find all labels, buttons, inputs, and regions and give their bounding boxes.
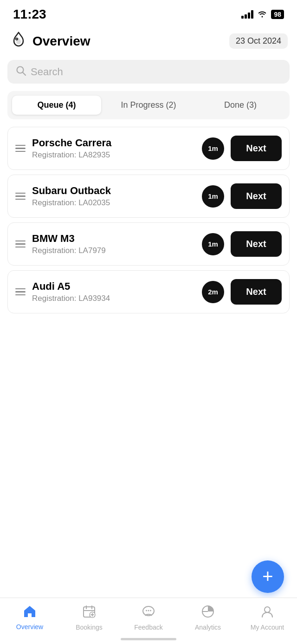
wifi-icon	[257, 9, 267, 20]
tab-queue[interactable]: Queue (4)	[12, 96, 101, 115]
nav-item-overview[interactable]: Overview	[11, 605, 48, 631]
svg-point-12	[148, 610, 149, 611]
time-badge: 1m	[202, 233, 224, 255]
status-time: 11:23	[13, 7, 46, 22]
nav-label-myaccount: My Account	[251, 624, 284, 631]
list-item: BMW M3 Registration: LA7979 1m Next	[7, 222, 290, 266]
drag-handle-icon[interactable]	[15, 288, 26, 296]
account-icon	[260, 605, 274, 622]
status-bar: 11:23 98	[0, 0, 297, 26]
nav-label-bookings: Bookings	[76, 624, 103, 631]
svg-point-0	[16, 38, 18, 40]
time-badge: 2m	[202, 281, 224, 303]
nav-item-analytics[interactable]: Analytics	[189, 605, 226, 631]
item-info: BMW M3 Registration: LA7979	[32, 233, 195, 255]
item-name: BMW M3	[32, 233, 195, 245]
nav-label-overview: Overview	[16, 623, 43, 631]
tab-in-progress[interactable]: In Progress (2)	[104, 96, 193, 115]
drag-handle-icon[interactable]	[15, 145, 26, 152]
nav-item-feedback[interactable]: Feedback	[130, 605, 167, 631]
item-name: Audi A5	[32, 280, 195, 293]
home-indicator	[121, 638, 176, 640]
header: Overview 23 Oct 2024	[0, 26, 297, 58]
tab-done[interactable]: Done (3)	[196, 96, 285, 115]
search-container: Search	[0, 58, 297, 91]
feedback-icon	[142, 605, 155, 622]
nav-label-feedback: Feedback	[134, 624, 162, 631]
next-button[interactable]: Next	[231, 136, 282, 161]
item-info: Audi A5 Registration: LA93934	[32, 280, 195, 303]
signal-icon	[241, 10, 253, 19]
nav-item-bookings[interactable]: Bookings	[71, 605, 108, 631]
svg-point-11	[146, 610, 147, 611]
next-button[interactable]: Next	[231, 183, 282, 209]
add-button[interactable]: +	[252, 560, 284, 593]
nav-item-myaccount[interactable]: My Account	[249, 605, 286, 631]
list-item: Audi A5 Registration: LA93934 2m Next	[7, 270, 290, 313]
tabs-container: Queue (4) In Progress (2) Done (3)	[7, 91, 290, 119]
search-placeholder: Search	[31, 66, 63, 78]
home-icon	[23, 605, 37, 621]
bookings-icon	[82, 605, 96, 622]
time-badge: 1m	[202, 185, 224, 208]
list-item: Porsche Carrera Registration: LA82935 1m…	[7, 127, 290, 170]
battery-icon: 98	[271, 10, 284, 19]
header-left: Overview	[9, 30, 90, 52]
page-title: Overview	[32, 34, 90, 49]
search-icon	[16, 65, 26, 78]
item-info: Porsche Carrera Registration: LA82935	[32, 137, 195, 160]
list-item: Subaru Outback Registration: LA02035 1m …	[7, 175, 290, 218]
logo-icon	[9, 30, 28, 52]
next-button[interactable]: Next	[231, 279, 282, 305]
plus-icon: +	[262, 567, 273, 585]
bottom-nav: Overview Bookings	[0, 598, 297, 644]
item-registration: Registration: LA93934	[32, 294, 195, 303]
svg-point-13	[150, 610, 151, 611]
time-badge: 1m	[202, 137, 224, 160]
next-button[interactable]: Next	[231, 231, 282, 257]
item-registration: Registration: LA82935	[32, 150, 195, 160]
item-info: Subaru Outback Registration: LA02035	[32, 185, 195, 208]
svg-point-16	[265, 607, 270, 612]
svg-line-2	[23, 72, 26, 75]
item-registration: Registration: LA7979	[32, 246, 195, 255]
drag-handle-icon[interactable]	[15, 241, 26, 248]
item-registration: Registration: LA02035	[32, 198, 195, 208]
queue-list: Porsche Carrera Registration: LA82935 1m…	[0, 127, 297, 318]
item-name: Porsche Carrera	[32, 137, 195, 149]
analytics-icon	[201, 605, 215, 622]
drag-handle-icon[interactable]	[15, 193, 26, 200]
header-date: 23 Oct 2024	[229, 33, 288, 49]
status-icons: 98	[241, 9, 284, 20]
item-name: Subaru Outback	[32, 185, 195, 197]
nav-label-analytics: Analytics	[195, 624, 221, 631]
search-bar[interactable]: Search	[7, 60, 290, 84]
